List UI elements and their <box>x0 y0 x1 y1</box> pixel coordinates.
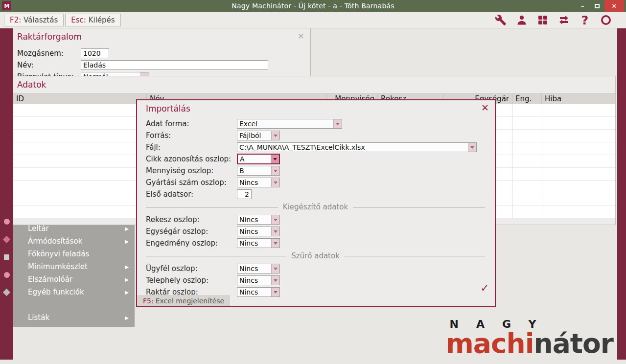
tab-label: Kilépés <box>89 16 115 24</box>
field-label: Adat forma: <box>146 119 237 128</box>
menu-item-egyeb-funkciok[interactable]: Egyéb funkciók ▶ <box>13 286 135 298</box>
fajl-row: Fájl: C:\A_MUNKA\A_TESZT\ExcelCikk.xlsx <box>146 141 485 153</box>
dropdown-value: Nincs <box>237 276 271 285</box>
egysegar-dropdown[interactable]: Nincs <box>237 227 280 236</box>
dropdown-value: Excel <box>237 119 333 128</box>
menu-spacer <box>13 298 135 311</box>
field-label: Forrás: <box>146 131 237 140</box>
dropdown-value: Nincs <box>237 178 271 187</box>
menu-item-listak[interactable]: Listák ▶ <box>13 311 135 324</box>
toolbar-icons: ? <box>494 12 612 28</box>
menu-item-label: Ármódosítások <box>28 237 82 246</box>
wrench-icon[interactable] <box>494 14 507 26</box>
engedmeny-oszlop-row: Engedmény oszlop: Nincs <box>146 237 485 249</box>
importalas-close-icon[interactable]: ✕ <box>481 103 489 113</box>
raktarforgalom-window: Raktárforgalom ✕ Mozgásnem: Név: Bizonyl… <box>13 28 311 76</box>
confirm-check-button[interactable]: ✓ <box>480 283 489 294</box>
tab-key-label: Esc: <box>71 16 86 24</box>
strip-icon[interactable] <box>3 236 11 244</box>
forras-dropdown[interactable]: Fájlból <box>237 131 280 140</box>
adat-forma-row: Adat forma: Excel <box>146 118 485 130</box>
importalas-title: Importálás <box>137 100 495 114</box>
chevron-down-icon[interactable] <box>271 178 279 187</box>
circle-icon[interactable] <box>600 14 612 26</box>
close-button[interactable]: ✕ <box>604 0 624 12</box>
chevron-down-icon[interactable] <box>271 288 279 296</box>
dropdown-value: Nincs <box>237 239 271 248</box>
dropdown-value: C:\A_MUNKA\A_TESZT\ExcelCikk.xlsx <box>237 143 468 152</box>
transfer-arrows-icon[interactable] <box>557 14 570 26</box>
chevron-down-icon[interactable] <box>271 276 279 285</box>
logo-dark-part: nátor <box>534 328 613 359</box>
dropdown-value: A <box>238 155 271 163</box>
section-szuro-adatok: Szűrő adatok <box>146 249 485 263</box>
question-mark-glyph: ? <box>581 14 589 26</box>
ugyfel-dropdown[interactable]: Nincs <box>237 264 280 273</box>
section-label: Kiegészítő adatok <box>283 203 348 211</box>
menu-item-label: Minimumkészlet <box>28 262 88 271</box>
toolbar: F2: Választás Esc: Kilépés ? <box>0 12 626 28</box>
menu-item-fokonyvi-feladas[interactable]: Főkönyvi feladás <box>13 248 135 260</box>
elso-adatsor-input[interactable] <box>237 189 252 199</box>
chevron-down-icon[interactable] <box>468 143 476 152</box>
rekesz-oszlop-row: Rekesz oszlop: Nincs <box>146 214 485 226</box>
column-header-eng: Eng. <box>512 94 542 104</box>
logo-machinator-text: machinátor <box>445 330 613 358</box>
submenu-arrow-icon: ▶ <box>125 239 129 244</box>
mennyiseg-oszlop-row: Mennyiség oszlop: B <box>146 165 485 177</box>
dropdown-value: Nincs <box>237 215 271 224</box>
column-divider <box>512 104 513 218</box>
dropdown-value: Nincs <box>237 288 271 296</box>
grid-icon[interactable] <box>536 14 549 26</box>
tab-f2-valasztas[interactable]: F2: Választás <box>4 14 64 26</box>
strip-icon[interactable] <box>4 272 10 278</box>
cikk-azonositas-dropdown[interactable]: A <box>237 154 280 164</box>
app-logo-icon[interactable]: M <box>2 1 11 10</box>
bizonylat-tipus-dropdown[interactable]: Normál <box>81 72 149 76</box>
rekesz-dropdown[interactable]: Nincs <box>237 215 280 225</box>
minimize-button[interactable]: – <box>575 0 590 12</box>
chevron-down-icon[interactable] <box>271 166 279 175</box>
adat-forma-dropdown[interactable]: Excel <box>237 119 342 129</box>
adatok-title: Adatok <box>13 76 615 90</box>
chevron-down-icon[interactable] <box>271 227 279 236</box>
chevron-down-icon[interactable] <box>271 264 279 273</box>
gyartasi-szam-dropdown[interactable]: Nincs <box>237 178 280 187</box>
maximize-button[interactable] <box>590 0 604 12</box>
dropdown-value: Nincs <box>237 227 271 236</box>
strip-icon[interactable] <box>4 219 10 225</box>
help-icon[interactable]: ? <box>579 14 591 26</box>
mennyiseg-dropdown[interactable]: B <box>237 166 280 176</box>
chevron-down-icon[interactable] <box>271 215 279 224</box>
divider-line <box>345 256 485 256</box>
menu-item-elszamoloar[interactable]: Elszámolóár ▶ <box>13 273 135 286</box>
raktarforgalom-title: Raktárforgalom <box>13 28 310 42</box>
egysegar-oszlop-row: Egységár oszlop: Nincs <box>146 226 485 237</box>
nev-input[interactable] <box>81 60 268 70</box>
chevron-down-icon[interactable] <box>333 119 342 128</box>
nagy-machinator-logo: NAGY machinátor <box>445 319 613 358</box>
mozgasnem-input[interactable] <box>81 48 109 58</box>
raktar-dropdown[interactable]: Nincs <box>237 287 280 297</box>
submenu-arrow-icon: ▶ <box>125 277 129 282</box>
cikk-azonositas-row: Cikk azonosítás oszlop: A <box>146 153 485 165</box>
chevron-down-icon[interactable] <box>271 155 279 163</box>
f5-excel-megjelenitese-button[interactable]: F5: Excel megjelenítése <box>137 295 230 306</box>
tab-key-label: F2: <box>10 16 21 24</box>
button-label: Excel megjelenítése <box>156 297 224 305</box>
menu-item-armodositasok[interactable]: Ármódosítások ▶ <box>13 235 135 248</box>
menu-item-minimumkeszlet[interactable]: Minimumkészlet ▶ <box>13 260 135 273</box>
tab-label: Választás <box>23 16 58 24</box>
engedmeny-dropdown[interactable]: Nincs <box>237 238 280 248</box>
raktarforgalom-close-icon[interactable]: ✕ <box>298 32 304 41</box>
fajl-dropdown[interactable]: C:\A_MUNKA\A_TESZT\ExcelCikk.xlsx <box>237 142 477 152</box>
chevron-down-icon[interactable] <box>271 131 279 140</box>
strip-icon[interactable] <box>4 254 9 260</box>
chevron-down-icon[interactable] <box>140 72 149 76</box>
chevron-down-icon[interactable] <box>271 239 279 248</box>
strip-icon[interactable] <box>3 289 11 296</box>
window-title: Nagy Machinátor - Új kötet - a - Tóth Ba… <box>0 2 626 10</box>
telephely-dropdown[interactable]: Nincs <box>237 275 280 285</box>
user-icon[interactable] <box>515 14 528 26</box>
tab-esc-kilepes[interactable]: Esc: Kilépés <box>65 14 120 26</box>
